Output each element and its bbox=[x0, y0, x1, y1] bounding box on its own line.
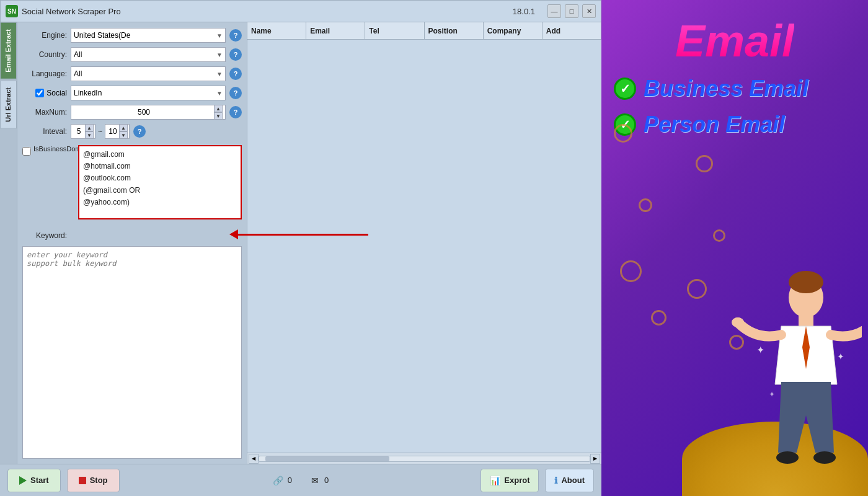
link-stat: 🔗 0 bbox=[272, 474, 292, 487]
language-row: Language: All ▼ ? bbox=[22, 66, 242, 82]
promo-side: Email ✓ Business Email ✓ Person Email bbox=[601, 0, 868, 496]
interval-min-down[interactable]: ▼ bbox=[85, 131, 94, 139]
social-input[interactable]: LinkedIn ▼ bbox=[71, 86, 226, 100]
app-window: SN Social Network Scraper Pro 18.0.1 — □… bbox=[0, 0, 601, 496]
start-button[interactable]: Start bbox=[7, 469, 61, 492]
stop-icon bbox=[79, 477, 86, 484]
maxnum-input[interactable]: 500 ▲ ▼ bbox=[71, 105, 226, 120]
interval-max-value: 10 bbox=[107, 127, 119, 136]
promo-item-2: ✓ Person Email bbox=[614, 112, 856, 138]
col-company: Company bbox=[484, 22, 542, 39]
interval-max-down[interactable]: ▼ bbox=[119, 131, 128, 139]
maxnum-down[interactable]: ▼ bbox=[214, 112, 223, 120]
social-row: Social LinkedIn ▼ ? bbox=[22, 85, 242, 101]
col-add: Add bbox=[542, 22, 601, 39]
svg-point-7 bbox=[813, 451, 836, 464]
promo-item-1: ✓ Business Email bbox=[614, 76, 856, 102]
social-checkbox-group: Social bbox=[22, 89, 67, 97]
bottom-toolbar: Start Stop 🔗 0 ✉ 0 📊 Exprot ℹ About bbox=[0, 464, 601, 496]
col-position: Position bbox=[425, 22, 484, 39]
language-dropdown-arrow: ▼ bbox=[216, 71, 223, 78]
interval-min-up[interactable]: ▲ bbox=[85, 124, 94, 131]
language-input[interactable]: All ▼ bbox=[71, 66, 226, 81]
main-content: Email Extract Url Extract Engine: United… bbox=[0, 22, 601, 464]
svg-text:✦: ✦ bbox=[769, 390, 775, 399]
ring-5 bbox=[696, 155, 713, 172]
about-button[interactable]: ℹ About bbox=[545, 469, 594, 492]
engine-help-btn[interactable]: ? bbox=[229, 29, 242, 42]
interval-min-input[interactable]: 5 ▲ ▼ bbox=[71, 124, 95, 139]
domain-entry-5: @yahoo.com) bbox=[83, 197, 237, 208]
email-icon: ✉ bbox=[308, 474, 322, 487]
svg-point-6 bbox=[776, 451, 799, 464]
link-count: 0 bbox=[288, 476, 292, 485]
country-help-btn[interactable]: ? bbox=[229, 48, 242, 61]
ring-4 bbox=[651, 310, 666, 326]
interval-max-up[interactable]: ▲ bbox=[119, 124, 128, 131]
domain-entry-3: @outlook.com bbox=[83, 172, 237, 184]
exprot-button[interactable]: 📊 Exprot bbox=[480, 469, 539, 492]
title-bar: SN Social Network Scraper Pro 18.0.1 — □… bbox=[0, 0, 601, 22]
language-help-btn[interactable]: ? bbox=[229, 68, 242, 80]
maxnum-up[interactable]: ▲ bbox=[214, 105, 223, 112]
interval-min-spinners: ▲ ▼ bbox=[85, 124, 94, 139]
maxnum-help-btn[interactable]: ? bbox=[229, 106, 242, 118]
left-panel: Engine: United States(De ▼ ? Country: Al… bbox=[17, 22, 247, 464]
ring-7 bbox=[687, 279, 707, 299]
domain-entry-1: @gmail.com bbox=[83, 149, 237, 161]
col-tel: Tel bbox=[365, 22, 424, 39]
scroll-track[interactable] bbox=[259, 456, 590, 462]
interval-max-spinners: ▲ ▼ bbox=[119, 124, 128, 139]
svg-text:✦: ✦ bbox=[756, 345, 764, 355]
minimize-btn[interactable]: — bbox=[547, 4, 561, 18]
interval-tilde: ~ bbox=[98, 127, 102, 136]
maximize-btn[interactable]: □ bbox=[565, 4, 578, 18]
promo-title: Email bbox=[675, 19, 794, 63]
stop-button[interactable]: Stop bbox=[67, 469, 120, 492]
person-figure: ✦ ✦ ✦ bbox=[725, 260, 862, 496]
domain-entry-4: (@gmail.com OR bbox=[83, 185, 237, 197]
promo-text-1: Business Email bbox=[644, 76, 808, 102]
keyword-section: Keyword: bbox=[22, 228, 242, 459]
business-domain-checkbox[interactable] bbox=[22, 147, 31, 156]
ring-6 bbox=[713, 229, 725, 242]
ring-1 bbox=[614, 124, 632, 143]
email-count: 0 bbox=[324, 476, 329, 485]
scroll-right-arrow[interactable]: ▶ bbox=[590, 454, 600, 464]
domain-entry-2: @hotmail.com bbox=[83, 161, 237, 172]
interval-max-input[interactable]: 10 ▲ ▼ bbox=[105, 124, 130, 139]
interval-label: Inteval: bbox=[22, 127, 67, 136]
tab-email-extract[interactable]: Email Extract bbox=[0, 22, 17, 79]
arrow-line bbox=[238, 234, 368, 236]
table-body bbox=[247, 40, 601, 453]
red-arrow bbox=[229, 229, 368, 239]
domain-box[interactable]: @gmail.com @hotmail.com @outlook.com (@g… bbox=[78, 145, 242, 219]
table-header: Name Email Tel Position Company Add bbox=[247, 22, 601, 40]
social-checkbox[interactable] bbox=[35, 89, 44, 97]
email-stat: ✉ 0 bbox=[308, 474, 329, 487]
maxnum-value: 500 bbox=[74, 108, 214, 117]
close-btn[interactable]: ✕ bbox=[582, 4, 596, 18]
interval-help-btn[interactable]: ? bbox=[133, 125, 146, 138]
business-domain-label: IsBusinessDomain bbox=[33, 145, 76, 153]
engine-label: Engine: bbox=[22, 31, 67, 40]
country-dropdown-arrow: ▼ bbox=[216, 51, 223, 58]
engine-input[interactable]: United States(De ▼ bbox=[71, 28, 226, 43]
arrow-head bbox=[229, 229, 238, 239]
ring-3 bbox=[620, 260, 642, 282]
svg-rect-2 bbox=[799, 315, 813, 326]
social-help-btn[interactable]: ? bbox=[229, 87, 242, 99]
svg-text:✦: ✦ bbox=[837, 352, 844, 361]
social-label: Social bbox=[46, 89, 67, 97]
interval-row: Inteval: 5 ▲ ▼ ~ 10 ▲ ▼ bbox=[22, 123, 242, 140]
country-input[interactable]: All ▼ bbox=[71, 47, 226, 62]
tab-url-extract[interactable]: Url Extract bbox=[0, 81, 17, 129]
keyword-textarea[interactable] bbox=[22, 246, 242, 459]
svg-point-4 bbox=[732, 317, 744, 327]
right-panel: Name Email Tel Position Company Add ◀ ▶ bbox=[247, 22, 601, 464]
app-icon: SN bbox=[6, 5, 18, 17]
keyword-label: Keyword: bbox=[22, 231, 67, 240]
app-title: Social Network Scraper Pro bbox=[22, 7, 513, 16]
check-icon-1: ✓ bbox=[614, 78, 636, 100]
scroll-left-arrow[interactable]: ◀ bbox=[249, 454, 259, 464]
